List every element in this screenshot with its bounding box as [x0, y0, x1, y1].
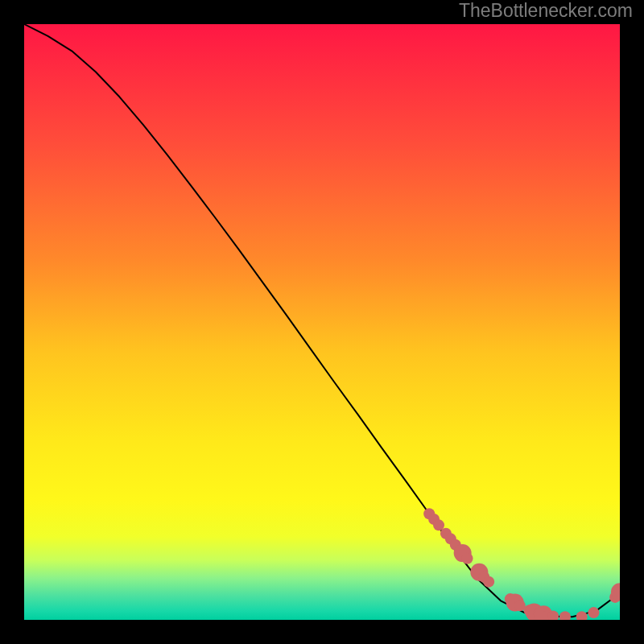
- watermark-label: TheBottlenecker.com: [459, 0, 633, 22]
- chart-svg: [24, 24, 620, 620]
- chart-frame: TheBottlenecker.com: [0, 0, 644, 644]
- gradient-background: [24, 24, 620, 620]
- data-point: [588, 607, 599, 618]
- data-point: [483, 576, 494, 588]
- chart-plot-area: [24, 24, 620, 620]
- data-point: [462, 553, 473, 564]
- data-point: [514, 600, 526, 611]
